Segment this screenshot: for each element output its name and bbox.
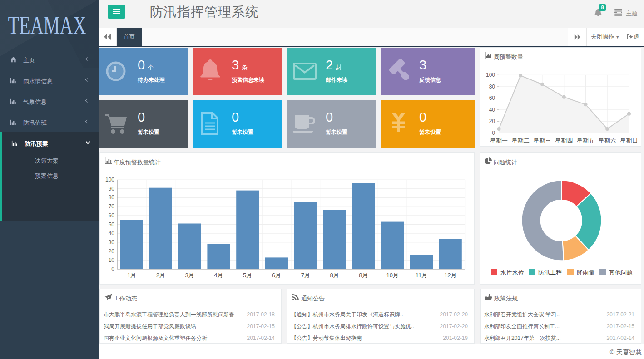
svg-text:10月: 10月 bbox=[386, 272, 398, 279]
svg-text:30: 30 bbox=[109, 239, 115, 246]
svg-text:水库水位: 水库水位 bbox=[500, 269, 524, 276]
svg-text:12月: 12月 bbox=[444, 272, 456, 279]
svg-text:降雨量: 降雨量 bbox=[577, 269, 594, 276]
svg-text:1月: 1月 bbox=[127, 272, 136, 279]
svg-text:100: 100 bbox=[105, 177, 114, 183]
svg-text:8月: 8月 bbox=[330, 272, 339, 279]
svg-text:星期六: 星期六 bbox=[599, 137, 616, 144]
svg-text:其他问题: 其他问题 bbox=[609, 269, 633, 276]
svg-text:50: 50 bbox=[109, 221, 115, 228]
svg-text:星期日: 星期日 bbox=[620, 137, 638, 144]
svg-text:70: 70 bbox=[109, 203, 115, 210]
svg-text:星期五: 星期五 bbox=[577, 137, 594, 144]
svg-text:星期一: 星期一 bbox=[490, 137, 508, 144]
svg-text:6月: 6月 bbox=[272, 272, 281, 279]
svg-text:0: 0 bbox=[492, 130, 495, 136]
svg-text:40: 40 bbox=[109, 230, 115, 236]
svg-text:星期四: 星期四 bbox=[555, 137, 573, 144]
svg-text:0: 0 bbox=[111, 266, 114, 272]
svg-text:2月: 2月 bbox=[156, 272, 165, 279]
svg-text:60: 60 bbox=[109, 212, 115, 219]
svg-text:80: 80 bbox=[489, 84, 495, 90]
svg-text:星期三: 星期三 bbox=[534, 137, 551, 144]
svg-text:4月: 4月 bbox=[214, 272, 223, 279]
svg-text:8月: 8月 bbox=[359, 272, 368, 279]
svg-text:11月: 11月 bbox=[416, 272, 428, 279]
svg-text:60: 60 bbox=[489, 95, 495, 101]
svg-text:7月: 7月 bbox=[301, 272, 310, 279]
svg-text:10: 10 bbox=[109, 257, 115, 263]
svg-text:90: 90 bbox=[109, 186, 115, 192]
svg-text:5月: 5月 bbox=[243, 272, 252, 279]
svg-text:3月: 3月 bbox=[185, 272, 194, 279]
svg-text:防汛工程: 防汛工程 bbox=[538, 269, 562, 276]
svg-text:星期二: 星期二 bbox=[512, 137, 530, 144]
svg-text:20: 20 bbox=[109, 248, 115, 255]
svg-text:40: 40 bbox=[489, 107, 495, 113]
svg-text:20: 20 bbox=[489, 118, 495, 124]
svg-text:80: 80 bbox=[109, 194, 115, 201]
svg-text:100: 100 bbox=[486, 72, 495, 78]
